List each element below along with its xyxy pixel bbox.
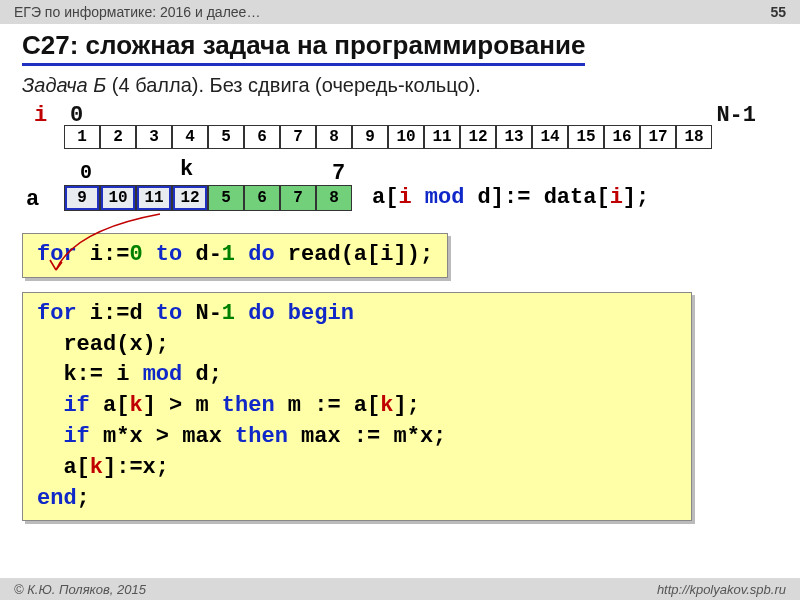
data-cell: 2: [100, 125, 136, 149]
copyright: © К.Ю. Поляков, 2015: [14, 582, 146, 597]
subtitle: Задача Б (4 балла). Без сдвига (очередь-…: [22, 74, 778, 97]
page-number: 55: [770, 4, 786, 20]
data-cell: 10: [388, 125, 424, 149]
task-score: (4 балла).: [112, 74, 204, 96]
data-cell: 3: [136, 125, 172, 149]
data-cell: 11: [424, 125, 460, 149]
code-line: for i:=d to N-1 do begin: [37, 299, 677, 330]
array-a-cells: 91011125678: [64, 185, 352, 211]
data-cell: 6: [244, 125, 280, 149]
data-cell: 17: [640, 125, 676, 149]
a-index-0: 0: [80, 161, 92, 184]
data-array: 123456789101112131415161718: [64, 125, 778, 149]
label-zero: 0: [70, 103, 83, 128]
task-name: Задача Б: [22, 74, 106, 96]
a-index-k: k: [180, 157, 193, 182]
array-a-cell: 6: [244, 185, 280, 211]
code-line: a[k]:=x;: [37, 453, 677, 484]
data-cell: 7: [280, 125, 316, 149]
array-a-cell: 12: [172, 185, 208, 211]
data-cell: 9: [352, 125, 388, 149]
data-cell: 5: [208, 125, 244, 149]
label-n-minus-1: N-1: [716, 103, 756, 128]
code-line: k:= i mod d;: [37, 360, 677, 391]
data-cell: 15: [568, 125, 604, 149]
assignment-expr: a[i mod d]:= data[i];: [372, 185, 649, 210]
data-cell: 12: [460, 125, 496, 149]
slide-title: С27: сложная задача на программирование: [22, 30, 585, 66]
data-cell: 8: [316, 125, 352, 149]
array-a-cell: 10: [100, 185, 136, 211]
array-a-cell: 8: [316, 185, 352, 211]
data-cell: 1: [64, 125, 100, 149]
task-desc: Без сдвига (очередь-кольцо).: [210, 74, 481, 96]
a-index-7: 7: [332, 161, 345, 186]
label-a: a: [26, 187, 39, 212]
label-i: i: [34, 103, 47, 128]
index-labels: i 0 N-1: [22, 103, 778, 125]
array-a-cell: 7: [280, 185, 316, 211]
code-line: end;: [37, 484, 677, 515]
code-block-1: for i:=0 to d-1 do read(a[i]);: [22, 233, 448, 278]
header: ЕГЭ по информатике: 2016 и далее… 55: [0, 0, 800, 24]
data-cell: 18: [676, 125, 712, 149]
source-url: http://kpolyakov.spb.ru: [657, 582, 786, 597]
header-left: ЕГЭ по информатике: 2016 и далее…: [14, 4, 260, 20]
data-cell: 4: [172, 125, 208, 149]
array-a-block: 0 k 7 a 91011125678 a[i mod d]:= data[i]…: [22, 161, 778, 219]
data-cell: 16: [604, 125, 640, 149]
array-a-cell: 11: [136, 185, 172, 211]
array-a-cell: 5: [208, 185, 244, 211]
slide-body: С27: сложная задача на программирование …: [0, 24, 800, 521]
code-block-2: for i:=d to N-1 do begin read(x); k:= i …: [22, 292, 692, 522]
data-cell: 14: [532, 125, 568, 149]
code-line: if a[k] > m then m := a[k];: [37, 391, 677, 422]
footer: © К.Ю. Поляков, 2015 http://kpolyakov.sp…: [0, 578, 800, 600]
code-line: read(x);: [37, 330, 677, 361]
data-cell: 13: [496, 125, 532, 149]
code-line: if m*x > max then max := m*x;: [37, 422, 677, 453]
array-a-cell: 9: [64, 185, 100, 211]
